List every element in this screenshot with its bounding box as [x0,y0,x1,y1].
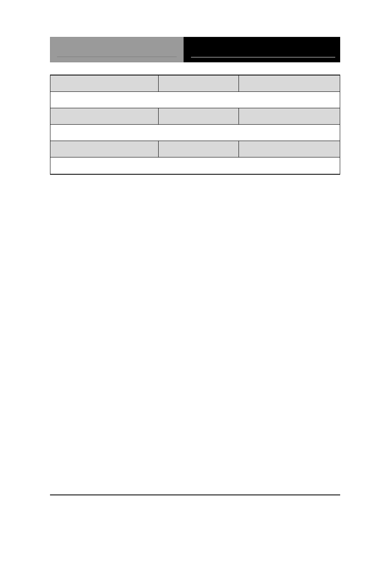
table-row [50,75,340,92]
table-row [50,141,340,157]
table-header-cell [159,75,239,92]
data-table [50,75,340,175]
table-row [50,108,340,125]
table-header-cell [159,141,239,157]
table-body-cell [50,157,340,174]
table-header-cell [239,75,340,92]
table-header-cell [239,141,340,157]
table-row [50,157,340,174]
page-header-band [50,37,340,62]
table-body-cell [50,92,340,108]
table-header-cell [50,75,159,92]
table-header-cell [50,108,159,125]
header-left-panel [50,37,184,62]
page [0,0,391,588]
table-header-cell [159,108,239,125]
footer-divider [50,495,340,495]
table-header-cell [50,141,159,157]
header-right-panel [184,37,340,62]
table-row [50,125,340,141]
table-row [50,92,340,108]
table-header-cell [239,108,340,125]
table-body-cell [50,125,340,141]
